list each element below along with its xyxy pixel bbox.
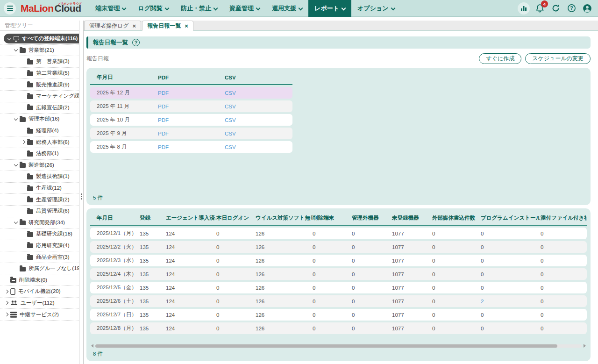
account-icon[interactable]	[581, 2, 593, 14]
chevron-down-icon[interactable]	[7, 36, 13, 42]
notifications-bell-icon[interactable]: 4	[534, 2, 546, 14]
csv-download-link[interactable]: CSV	[225, 117, 236, 123]
csv-download-link[interactable]: CSV	[225, 131, 236, 136]
nav-menu-item[interactable]: 端末管理	[89, 0, 132, 17]
monthly-report-row[interactable]: 2025 年 10 月 PDF CSV	[90, 114, 292, 126]
tree-item-mobile-devices[interactable]: モバイル機器(20)	[0, 286, 79, 298]
report-date: 2025/12/5（金）	[90, 282, 139, 293]
chevron-down-icon[interactable]	[13, 47, 20, 53]
main-menu: 端末管理 ログ閲覧 防止・禁止 資産管理 運用支援	[89, 0, 400, 17]
tree-item-label: 応用研究課(4)	[36, 242, 70, 249]
pdf-download-link[interactable]: PDF	[158, 117, 169, 123]
tree-item[interactable]: 総務人事部(6)	[0, 136, 79, 148]
change-schedule-button[interactable]: スケジュールの変更	[525, 53, 591, 64]
csv-download-link[interactable]: CSV	[225, 90, 236, 96]
tree-item[interactable]: 基礎研究課(18)	[0, 228, 79, 240]
tree-item-users[interactable]: ユーザー(112)	[0, 298, 79, 309]
nav-menu-item[interactable]: オプション	[351, 0, 401, 17]
tree-item-label: 製造部(26)	[28, 162, 54, 169]
tree-item[interactable]: 製造技術課(1)	[0, 171, 79, 183]
folder-icon	[27, 209, 33, 214]
tree-item[interactable]: 経理部(4)	[0, 125, 79, 137]
monthly-report-row[interactable]: 2025 年 9 月 PDF CSV	[90, 128, 292, 139]
tree-item[interactable]: 生産管理課(2)	[0, 194, 79, 206]
tree-item[interactable]: 営業部(21)	[0, 45, 79, 57]
help-icon[interactable]: ?	[565, 2, 577, 14]
csv-download-link[interactable]: CSV	[225, 144, 236, 150]
tree-item[interactable]: 品質管理課(6)	[0, 206, 79, 217]
report-date: 2025/12/3（水）	[90, 255, 139, 266]
chevron-right-icon[interactable]	[4, 311, 10, 318]
scrollbar-track[interactable]	[95, 344, 582, 348]
chevron-right-icon[interactable]	[21, 139, 27, 145]
tree-item[interactable]: 第一営業課(3)	[0, 56, 79, 68]
tree-item[interactable]: 広報宣伝課(2)	[0, 102, 79, 114]
chevron-down-icon	[391, 7, 395, 10]
tree-item[interactable]: 管理本部(16)	[0, 114, 79, 125]
nav-menu-item-label: オプション	[357, 4, 389, 13]
refresh-icon[interactable]	[549, 2, 562, 14]
nav-menu-item-label: ログ閲覧	[138, 4, 163, 13]
scroll-right-arrow-icon[interactable]	[584, 344, 586, 348]
pdf-download-link[interactable]: PDF	[158, 90, 169, 96]
nav-menu-item[interactable]: 防止・禁止	[175, 0, 223, 17]
nav-menu-item[interactable]: 運用支援	[266, 0, 308, 17]
pdf-download-link[interactable]: PDF	[158, 144, 169, 150]
monthly-report-row[interactable]: 2025 年 11 月 PDF CSV	[90, 100, 292, 112]
sidebar-splitter[interactable]	[79, 21, 84, 364]
close-icon[interactable]: ×	[133, 23, 136, 29]
nav-menu-item[interactable]: レポート	[308, 0, 351, 17]
chevron-down-icon[interactable]	[13, 162, 20, 168]
create-now-button[interactable]: すぐに作成	[479, 53, 521, 64]
folder-icon	[27, 175, 33, 179]
horizontal-scrollbar[interactable]	[91, 343, 586, 348]
page-help-icon[interactable]: ?	[132, 39, 140, 46]
section-label: 報告日報	[86, 55, 109, 63]
tree-item[interactable]: 生産課(12)	[0, 183, 79, 194]
monthly-report-row[interactable]: 2025 年 8 月 PDF CSV	[90, 141, 292, 153]
tree-item-label: 所属グループなし(19)	[28, 265, 79, 272]
chart-icon[interactable]	[518, 2, 530, 14]
selected-tree-pill[interactable]: すべての登録端末(116)	[4, 34, 79, 43]
scroll-left-arrow-icon[interactable]	[91, 344, 93, 348]
monthly-report-row[interactable]: 2025 年 12 月 PDF CSV	[90, 87, 292, 99]
folder-icon	[20, 117, 26, 122]
daily-row-count: 8 件	[90, 348, 587, 361]
scrollbar-thumb[interactable]	[95, 344, 557, 348]
nav-menu-item[interactable]: 資産管理	[223, 0, 266, 17]
pdf-download-link[interactable]: PDF	[158, 131, 169, 136]
tree-item[interactable]: 所属グループなし(19)	[0, 263, 79, 275]
splitter-drag-handle-icon[interactable]	[81, 196, 82, 197]
tree-item[interactable]: 商品企画室(3)	[0, 251, 79, 263]
tree-item-relay-service[interactable]: 中継サービス(2)	[0, 309, 79, 321]
pdf-download-link[interactable]: PDF	[158, 104, 169, 109]
folder-icon	[27, 255, 33, 260]
tree-item[interactable]: 第二営業課(5)	[0, 68, 79, 79]
report-month: 2025 年 10 月	[90, 114, 157, 126]
close-icon[interactable]: ×	[185, 23, 188, 29]
chevron-down-icon[interactable]	[13, 116, 20, 122]
tree-item[interactable]: マーケティング課(2)	[0, 91, 79, 102]
tree-item-label: 生産管理課(2)	[36, 196, 70, 203]
tab-admin-operation-log[interactable]: 管理者操作ログ ×	[84, 21, 141, 30]
csv-download-link[interactable]: CSV	[225, 104, 236, 109]
folder-icon	[27, 129, 33, 134]
tree-item-label: 研究開発部(34)	[28, 219, 65, 226]
tree-item-all-devices[interactable]: すべての登録端末(116)	[0, 33, 79, 45]
tree-item-label: モバイル機器(20)	[18, 288, 61, 295]
nav-menu-item[interactable]: ログ閲覧	[132, 0, 175, 17]
tree-item[interactable]: 販売推進課(9)	[0, 79, 79, 91]
chevron-right-icon[interactable]	[4, 288, 10, 295]
chevron-down-icon	[256, 7, 260, 10]
hamburger-menu-icon[interactable]	[4, 2, 16, 14]
tab-report-daily-list[interactable]: 報告日報一覧 ×	[142, 21, 193, 31]
chevron-right-icon[interactable]	[4, 300, 10, 306]
tree-item[interactable]: 研究開発部(34)	[0, 217, 79, 229]
chevron-down-icon[interactable]	[13, 219, 20, 226]
column-header-program-installs: プログラムインストール数	[480, 212, 540, 226]
tree-item[interactable]: 製造部(26)	[0, 160, 79, 171]
tree-item-deleted-devices[interactable]: 削除端末(0)	[0, 274, 79, 286]
tree-item[interactable]: 応用研究課(4)	[0, 240, 79, 252]
tree-item[interactable]: 法務部(1)	[0, 148, 79, 160]
tree-item-label: 製造技術課(1)	[36, 173, 70, 180]
